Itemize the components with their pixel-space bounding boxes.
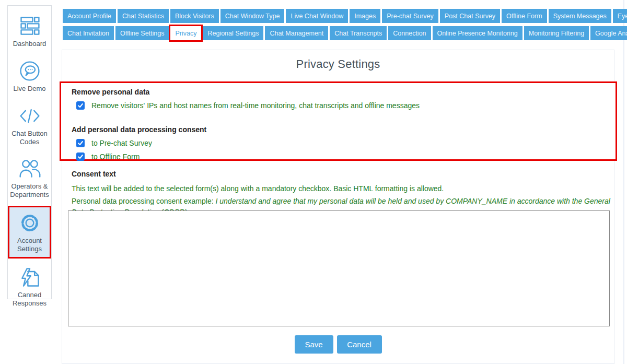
highlighted-personal-data-options: Remove personal data Remove visitors' IP… — [60, 81, 617, 161]
tab-google-analytics[interactable]: Google Analytics — [590, 26, 627, 40]
tab-chat-management[interactable]: Chat Management — [265, 26, 328, 40]
add-consent-heading: Add personal data processing consent — [72, 125, 606, 134]
sidebar-item-dashboard[interactable]: Dashboard — [8, 10, 51, 52]
tab-chat-window-type[interactable]: Chat Window Type — [220, 9, 285, 23]
remove-ips-checkbox-row[interactable]: Remove visitors' IPs and host names from… — [76, 101, 606, 110]
sidebar-item-live-demo[interactable]: Live Demo — [8, 55, 51, 97]
page-title: Privacy Settings — [62, 50, 614, 71]
checkmark-icon — [77, 102, 84, 109]
consent-text-description: This text will be added to the selected … — [72, 184, 611, 193]
tab-system-messages[interactable]: System Messages — [549, 9, 611, 23]
checkbox-checked-icon[interactable] — [76, 139, 85, 147]
tab-offline-form[interactable]: Offline Form — [502, 9, 547, 23]
checkmark-icon — [77, 140, 84, 146]
sidebar: Dashboard Live Demo Chat Button Codes — [7, 5, 52, 299]
tab-post-chat-survey[interactable]: Post Chat Survey — [440, 9, 500, 23]
tab-regional-settings[interactable]: Regional Settings — [203, 26, 263, 40]
gear-icon — [18, 211, 42, 235]
settings-tabs-row-1: Account Profile Chat Statistics Block Vi… — [63, 9, 627, 23]
code-icon — [18, 104, 42, 128]
tab-live-chat-window[interactable]: Live Chat Window — [286, 9, 348, 23]
sidebar-item-label: Dashboard — [13, 40, 47, 48]
tab-pre-chat-survey[interactable]: Pre-chat Survey — [382, 9, 438, 23]
consent-pre-chat-survey-checkbox-row[interactable]: to Pre-chat Survey — [76, 139, 606, 147]
tab-privacy[interactable]: Privacy — [170, 26, 201, 40]
consent-text-input[interactable] — [68, 210, 610, 326]
tab-monitoring-filtering[interactable]: Monitoring Filtering — [524, 26, 589, 40]
checkbox-label: Remove visitors' IPs and host names from… — [91, 101, 420, 110]
cancel-button[interactable]: Cancel — [337, 335, 382, 354]
remove-personal-data-heading: Remove personal data — [72, 88, 606, 96]
checkbox-checked-icon[interactable] — [76, 101, 85, 110]
operators-icon — [18, 157, 42, 181]
consent-text-heading: Consent text — [72, 170, 611, 178]
page-edge-divider — [623, 0, 624, 364]
sidebar-item-label: Operators & Departments — [8, 182, 51, 199]
tab-eye-catcher[interactable]: Eye Catcher — [613, 9, 627, 23]
tab-chat-invitation[interactable]: Chat Invitation — [63, 26, 114, 40]
sidebar-item-chat-button-codes[interactable]: Chat Button Codes — [8, 100, 51, 150]
form-actions: Save Cancel — [62, 335, 614, 354]
sidebar-item-label: Canned Responses — [8, 291, 51, 308]
tab-online-presence-monitoring[interactable]: Online Presence Monitoring — [433, 26, 522, 40]
sidebar-item-label: Account Settings — [9, 237, 50, 253]
consent-example-prefix: Personal data processing consent example… — [72, 197, 216, 205]
settings-tabs-row-2: Chat Invitation Offline Settings Privacy… — [63, 26, 627, 40]
checkbox-label: to Pre-chat Survey — [91, 139, 152, 147]
sidebar-item-canned-responses[interactable]: Canned Responses — [8, 261, 51, 312]
checkmark-icon — [77, 154, 84, 160]
checkbox-label: to Offline Form — [91, 152, 140, 161]
sidebar-item-label: Live Demo — [13, 85, 45, 93]
sidebar-item-operators-departments[interactable]: Operators & Departments — [8, 152, 51, 203]
tab-chat-statistics[interactable]: Chat Statistics — [118, 9, 169, 23]
save-button[interactable]: Save — [295, 335, 333, 354]
tab-account-profile[interactable]: Account Profile — [63, 9, 116, 23]
tab-chat-transcripts[interactable]: Chat Transcripts — [330, 26, 387, 40]
checkbox-checked-icon[interactable] — [76, 152, 85, 161]
consent-offline-form-checkbox-row[interactable]: to Offline Form — [76, 152, 606, 161]
canned-responses-icon — [18, 265, 42, 289]
tab-connection[interactable]: Connection — [388, 26, 431, 40]
tab-block-visitors[interactable]: Block Visitors — [170, 9, 219, 23]
tab-offline-settings[interactable]: Offline Settings — [115, 26, 169, 40]
tab-images[interactable]: Images — [350, 9, 380, 23]
dashboard-icon — [18, 14, 42, 38]
sidebar-item-account-settings[interactable]: Account Settings — [8, 206, 51, 259]
live-demo-chat-icon — [18, 59, 42, 83]
sidebar-item-label: Chat Button Codes — [8, 130, 51, 146]
